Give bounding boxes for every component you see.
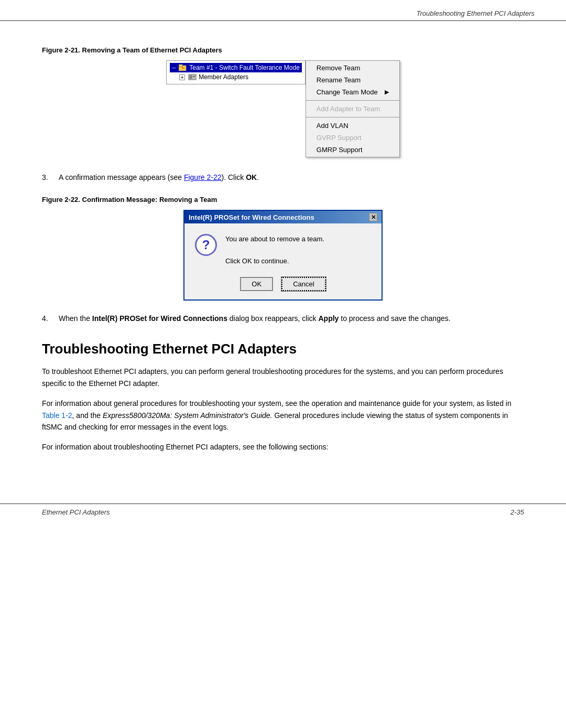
- tree-root-label: Team #1 - Switch Fault Tolerance Mode: [189, 64, 300, 71]
- menu-item-remove-team[interactable]: Remove Team: [306, 62, 399, 74]
- adapter-icon: [188, 73, 197, 81]
- step-3-text: A confirmation message appears (see Figu…: [59, 172, 259, 183]
- menu-item-add-adapter: Add Adapter to Team: [306, 103, 399, 115]
- section-para-3: For information about troubleshooting Et…: [42, 441, 524, 453]
- tree-root-node[interactable]: ─ Team #1 - Switch Fault Tolerance Mode: [170, 63, 302, 72]
- menu-item-gmrp-label: GMRP Support: [317, 146, 363, 154]
- figure-22-link[interactable]: Figure 2-22: [184, 173, 222, 181]
- close-icon: ✕: [371, 214, 376, 221]
- figure-22-container: Intel(R) PROSet for Wired Connections ✕ …: [42, 210, 524, 301]
- header-title: Troubleshooting Ethernet PCI Adapters: [417, 9, 535, 17]
- dialog-body: ? You are about to remove a team. Click …: [184, 223, 382, 272]
- dialog-buttons: OK Cancel: [184, 272, 382, 299]
- footer-left: Ethernet PCI Adapters: [42, 508, 110, 516]
- dialog-title: Intel(R) PROSet for Wired Connections: [189, 213, 314, 221]
- tree-child-label: Member Adapters: [199, 73, 248, 81]
- submenu-arrow-icon: ▶: [385, 89, 389, 95]
- page-header: Troubleshooting Ethernet PCI Adapters: [0, 0, 566, 21]
- context-menu: Remove Team Rename Team Change Team Mode…: [306, 60, 400, 157]
- expand-plus-icon: +: [179, 74, 185, 80]
- menu-item-add-adapter-label: Add Adapter to Team: [317, 105, 380, 113]
- menu-item-change-team-mode-label: Change Team Mode: [317, 88, 378, 96]
- confirmation-dialog: Intel(R) PROSet for Wired Connections ✕ …: [183, 210, 383, 301]
- step-3-number: 3.: [42, 172, 55, 183]
- step-4: 4. When the Intel(R) PROSet for Wired Co…: [42, 313, 524, 324]
- menu-separator-1: [306, 100, 399, 101]
- svg-rect-5: [193, 76, 195, 77]
- section-heading: Troubleshooting Ethernet PCI Adapters: [42, 341, 524, 357]
- menu-item-gvrp-label: GVRP Support: [317, 134, 362, 142]
- question-icon: ?: [195, 234, 217, 256]
- dialog-message-line1: You are about to remove a team.: [225, 234, 371, 245]
- apply-bold: Apply: [318, 314, 339, 323]
- svg-rect-4: [190, 76, 192, 79]
- figure-21-container: ─ Team #1 - Switch Fault Tolerance Mode …: [42, 60, 524, 157]
- menu-item-gmrp[interactable]: GMRP Support: [306, 144, 399, 156]
- footer-right: 2-35: [510, 508, 524, 516]
- figure-21-caption: Figure 2-21. Removing a Team of Ethernet…: [42, 46, 524, 54]
- section-para-2: For information about general procedures…: [42, 398, 524, 433]
- menu-item-add-vlan[interactable]: Add VLAN: [306, 120, 399, 132]
- guide-title-italic: Express5800/320Ma: System Administrator'…: [103, 411, 273, 420]
- dialog-message-line2: Click OK to continue.: [225, 256, 371, 267]
- dialog-close-button[interactable]: ✕: [369, 213, 377, 221]
- tree-context-area: ─ Team #1 - Switch Fault Tolerance Mode …: [166, 60, 400, 157]
- menu-item-add-vlan-label: Add VLAN: [317, 122, 349, 130]
- section-para-1: To troubleshoot Ethernet PCI adapters, y…: [42, 366, 524, 389]
- table-1-2-link[interactable]: Table 1-2: [42, 411, 72, 420]
- team-icon: [179, 64, 187, 71]
- figure-22-caption: Figure 2-22. Confirmation Message: Remov…: [42, 196, 524, 204]
- page-content: Figure 2-21. Removing a Team of Ethernet…: [0, 21, 566, 483]
- menu-item-rename-team[interactable]: Rename Team: [306, 74, 399, 86]
- menu-item-rename-team-label: Rename Team: [317, 76, 361, 84]
- menu-item-change-team-mode[interactable]: Change Team Mode ▶: [306, 86, 399, 98]
- dialog-titlebar: Intel(R) PROSet for Wired Connections ✕: [184, 211, 382, 223]
- dialog-message: You are about to remove a team. Click OK…: [225, 234, 371, 266]
- tree-expand-icon: ─: [172, 65, 176, 71]
- menu-item-remove-team-label: Remove Team: [317, 64, 361, 72]
- ok-bold: OK: [246, 173, 257, 181]
- proset-bold-1: Intel(R) PROSet for Wired Connections: [92, 314, 227, 323]
- tree-panel: ─ Team #1 - Switch Fault Tolerance Mode …: [166, 60, 306, 84]
- cancel-button[interactable]: Cancel: [281, 277, 325, 291]
- menu-separator-2: [306, 117, 399, 117]
- page-footer: Ethernet PCI Adapters 2-35: [0, 504, 566, 520]
- step-3: 3. A confirmation message appears (see F…: [42, 172, 524, 183]
- svg-rect-1: [179, 65, 182, 67]
- tree-child-node[interactable]: + Member Adapters: [170, 72, 302, 82]
- menu-item-gvrp: GVRP Support: [306, 132, 399, 144]
- step-4-number: 4.: [42, 313, 55, 324]
- ok-button[interactable]: OK: [240, 277, 273, 291]
- step-4-text: When the Intel(R) PROSet for Wired Conne…: [59, 313, 451, 324]
